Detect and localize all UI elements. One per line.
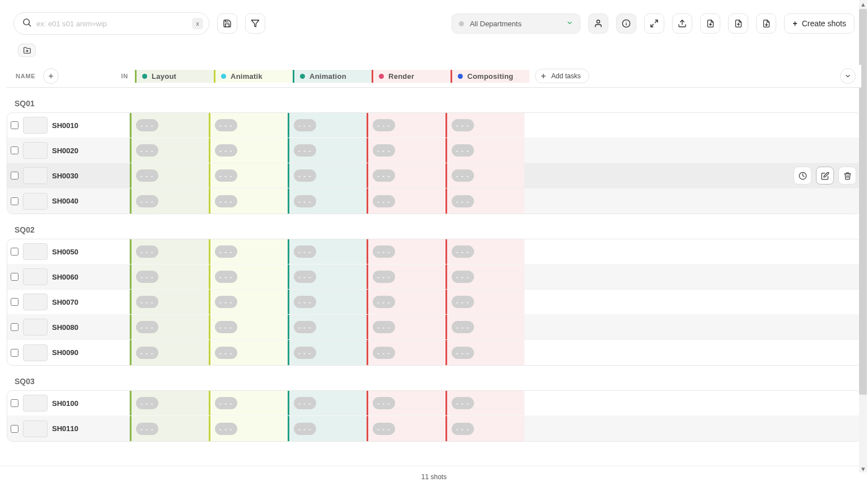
shot-name-label[interactable]: SH0080 (52, 323, 78, 332)
search-clear-button[interactable]: x (192, 18, 203, 29)
status-pill[interactable]: - - - (215, 245, 237, 258)
history-button[interactable] (794, 167, 811, 185)
shot-thumbnail[interactable] (23, 294, 48, 310)
shot-name-label[interactable]: SH0060 (52, 273, 78, 281)
status-pill[interactable]: - - - (452, 423, 474, 435)
shot-select-checkbox[interactable] (11, 399, 18, 407)
shot-select-checkbox[interactable] (11, 425, 18, 433)
status-pill[interactable]: - - - (373, 195, 395, 207)
department-select[interactable]: All Departments (452, 13, 580, 34)
status-pill[interactable]: - - - (373, 423, 395, 435)
status-pill[interactable]: - - - (452, 144, 474, 157)
shot-thumbnail[interactable] (23, 193, 48, 210)
status-pill[interactable]: - - - (373, 245, 395, 258)
shot-name-label[interactable]: SH0050 (52, 248, 78, 256)
folder-add-button[interactable] (18, 44, 36, 57)
status-pill[interactable]: - - - (373, 347, 395, 359)
status-pill[interactable]: - - - (215, 144, 237, 157)
download-file-button[interactable] (728, 13, 748, 34)
status-pill[interactable]: - - - (294, 271, 316, 283)
shot-select-checkbox[interactable] (11, 248, 18, 256)
search-input[interactable] (36, 20, 192, 28)
shot-thumbnail[interactable] (23, 420, 48, 437)
status-pill[interactable]: - - - (452, 195, 474, 207)
sequence-title[interactable]: SQ01 (7, 88, 861, 112)
status-pill[interactable]: - - - (452, 347, 474, 359)
status-pill[interactable]: - - - (294, 195, 316, 207)
status-pill[interactable]: - - - (294, 321, 316, 333)
status-pill[interactable]: - - - (215, 423, 237, 435)
shot-name-label[interactable]: SH0090 (52, 348, 78, 357)
shot-name-label[interactable]: SH0030 (52, 172, 78, 180)
add-column-button[interactable] (43, 68, 59, 84)
sequence-title[interactable]: SQ02 (7, 214, 861, 239)
status-pill[interactable]: - - - (215, 119, 237, 131)
status-pill[interactable]: - - - (452, 245, 474, 258)
shot-select-checkbox[interactable] (11, 323, 18, 331)
shot-thumbnail[interactable] (23, 142, 48, 159)
shot-select-checkbox[interactable] (11, 298, 18, 306)
shot-select-checkbox[interactable] (11, 172, 18, 179)
status-pill[interactable]: - - - (294, 423, 316, 435)
status-pill[interactable]: - - - (136, 423, 158, 435)
upload-file-button[interactable] (756, 13, 776, 34)
expand-button[interactable] (644, 13, 664, 34)
shot-select-checkbox[interactable] (11, 146, 18, 154)
status-pill[interactable]: - - - (373, 271, 395, 283)
shot-name-label[interactable]: SH0110 (52, 424, 78, 433)
collapse-columns-button[interactable] (840, 68, 856, 84)
status-pill[interactable]: - - - (136, 119, 158, 131)
shot-thumbnail[interactable] (23, 117, 48, 134)
user-button[interactable] (588, 13, 608, 34)
status-pill[interactable]: - - - (136, 296, 158, 308)
status-pill[interactable]: - - - (215, 169, 237, 182)
info-button[interactable] (616, 13, 636, 34)
status-pill[interactable]: - - - (136, 245, 158, 258)
create-shots-button[interactable]: + Create shots (784, 13, 855, 34)
status-pill[interactable]: - - - (136, 195, 158, 207)
shot-name-label[interactable]: SH0100 (52, 399, 78, 408)
task-header-animation[interactable]: Animation (293, 70, 372, 83)
status-pill[interactable]: - - - (215, 296, 237, 308)
status-pill[interactable]: - - - (373, 119, 395, 131)
status-pill[interactable]: - - - (373, 296, 395, 308)
shot-select-checkbox[interactable] (11, 121, 18, 129)
delete-button[interactable] (838, 167, 856, 185)
export-button[interactable] (672, 13, 692, 34)
status-pill[interactable]: - - - (136, 271, 158, 283)
task-header-render[interactable]: Render (372, 70, 451, 83)
status-pill[interactable]: - - - (294, 144, 316, 157)
shot-thumbnail[interactable] (23, 167, 48, 184)
status-pill[interactable]: - - - (452, 271, 474, 283)
status-pill[interactable]: - - - (136, 169, 158, 182)
status-pill[interactable]: - - - (373, 321, 395, 333)
save-search-button[interactable] (217, 13, 237, 34)
task-header-compositing[interactable]: Compositing (451, 70, 529, 83)
status-pill[interactable]: - - - (452, 397, 474, 409)
status-pill[interactable]: - - - (294, 347, 316, 359)
sequence-title[interactable]: SQ03 (7, 366, 861, 390)
edit-button[interactable] (816, 167, 834, 185)
shot-name-label[interactable]: SH0020 (52, 146, 78, 155)
status-pill[interactable]: - - - (373, 397, 395, 409)
status-pill[interactable]: - - - (294, 169, 316, 182)
shot-name-label[interactable]: SH0070 (52, 298, 78, 306)
task-header-layout[interactable]: Layout (135, 70, 214, 83)
status-pill[interactable]: - - - (294, 296, 316, 308)
import-file-button[interactable] (700, 13, 720, 34)
add-tasks-button[interactable]: Add tasks (535, 69, 589, 83)
scroll-up-button[interactable]: ▴ (859, 0, 867, 8)
shot-thumbnail[interactable] (23, 344, 48, 361)
shot-thumbnail[interactable] (23, 319, 48, 335)
status-pill[interactable]: - - - (215, 347, 237, 359)
status-pill[interactable]: - - - (215, 271, 237, 283)
status-pill[interactable]: - - - (136, 397, 158, 409)
status-pill[interactable]: - - - (294, 119, 316, 131)
status-pill[interactable]: - - - (452, 119, 474, 131)
status-pill[interactable]: - - - (373, 169, 395, 182)
status-pill[interactable]: - - - (452, 321, 474, 333)
status-pill[interactable]: - - - (215, 195, 237, 207)
status-pill[interactable]: - - - (136, 347, 158, 359)
status-pill[interactable]: - - - (373, 144, 395, 157)
scroll-down-button[interactable]: ▾ (859, 465, 867, 472)
